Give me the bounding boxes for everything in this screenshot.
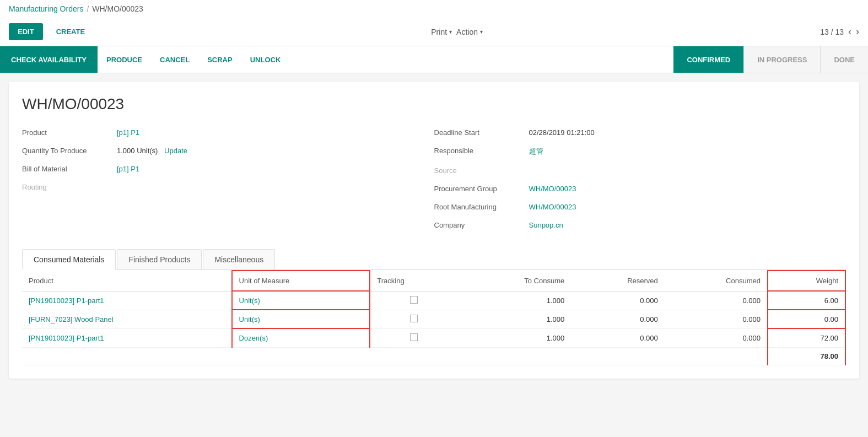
table-row: [PN19010023] P1-part1 Dozen(s) 1.000 0.0… [22, 328, 845, 347]
row-product-0[interactable]: [PN19010023] P1-part1 [22, 291, 232, 310]
product-value[interactable]: [p1] P1 [117, 126, 434, 139]
row-weight-1: 0.00 [768, 310, 845, 328]
breadcrumb-current: WH/MO/00023 [92, 4, 143, 13]
responsible-value[interactable]: 超管 [529, 144, 847, 159]
total-row: 78.00 [22, 347, 845, 365]
product-label: Product [22, 126, 110, 139]
col-consumed-header: Consumed [665, 271, 768, 291]
deadline-value: 02/28/2019 01:21:00 [529, 126, 847, 139]
row-weight-2: 72.00 [768, 328, 845, 347]
row-uom-0: Unit(s) [232, 291, 370, 310]
status-confirmed: CONFIRMED [673, 46, 743, 73]
tab-consumed-materials[interactable]: Consumed Materials [22, 249, 116, 270]
col-weight-header: Weight [768, 271, 845, 291]
routing-label: Routing [22, 181, 110, 193]
form-right: Deadline Start 02/28/2019 01:21:00 Respo… [434, 126, 847, 231]
total-label [22, 347, 768, 365]
row-product-1[interactable]: [FURN_7023] Wood Panel [22, 310, 232, 328]
pagination-text: 13 / 13 [820, 28, 844, 36]
col-tracking-header: Tracking [370, 271, 457, 291]
form-grid: Product [p1] P1 Quantity To Produce 1.00… [22, 126, 846, 231]
cancel-button[interactable]: CANCEL [151, 46, 198, 73]
top-bar: EDIT CREATE Print ▾ Action ▾ 13 / 13 ‹ › [0, 18, 868, 46]
source-value [529, 164, 847, 177]
deadline-label: Deadline Start [434, 126, 522, 139]
pagination-area: 13 / 13 ‹ › [820, 26, 859, 37]
row-tracking-1[interactable] [370, 310, 457, 328]
edit-button[interactable]: EDIT [9, 23, 43, 40]
qty-label: Quantity To Produce [22, 144, 110, 157]
source-label: Source [434, 164, 522, 177]
tab-miscellaneous[interactable]: Miscellaneous [203, 249, 275, 269]
form-left: Product [p1] P1 Quantity To Produce 1.00… [22, 126, 434, 231]
tracking-checkbox-2[interactable] [410, 333, 418, 341]
main-content: WH/MO/00023 Product [p1] P1 Quantity To … [9, 82, 859, 379]
row-consumed-1: 0.000 [665, 310, 768, 328]
print-button[interactable]: Print ▾ [431, 28, 452, 36]
status-inprogress: IN PROGRESS [743, 46, 820, 73]
col-toconsume-header: To Consume [457, 271, 572, 291]
company-label: Company [434, 219, 522, 231]
responsible-label: Responsible [434, 144, 522, 159]
breadcrumb-parent[interactable]: Manufacturing Orders [9, 4, 83, 13]
bom-value[interactable]: [p1] P1 [117, 163, 434, 175]
action-button[interactable]: Action ▾ [456, 28, 483, 36]
root-mfg-value[interactable]: WH/MO/00023 [529, 201, 847, 213]
col-uom-header: Unit of Measure [232, 271, 370, 291]
materials-table: Product Unit of Measure Tracking To Cons… [22, 270, 846, 365]
row-consumed-2: 0.000 [665, 328, 768, 347]
produce-button[interactable]: PRODUCE [98, 46, 151, 73]
table-row: [PN19010023] P1-part1 Unit(s) 1.000 0.00… [22, 291, 845, 310]
row-toconsume-1: 1.000 [457, 310, 572, 328]
toolbar-center: Print ▾ Action ▾ [94, 28, 820, 36]
row-tracking-2[interactable] [370, 328, 457, 347]
qty-value: 1.000 Unit(s) Update [117, 144, 434, 157]
procurement-value[interactable]: WH/MO/00023 [529, 182, 847, 195]
scrap-button[interactable]: SCRAP [198, 46, 241, 73]
breadcrumb-separator: / [87, 4, 89, 13]
action-bar: CHECK AVAILABILITY PRODUCE CANCEL SCRAP … [0, 46, 868, 73]
tab-finished-products[interactable]: Finished Products [117, 249, 202, 269]
row-reserved-1: 0.000 [571, 310, 665, 328]
check-availability-button[interactable]: CHECK AVAILABILITY [0, 46, 98, 73]
status-done: DONE [820, 46, 868, 73]
action-dropdown-arrow: ▾ [480, 29, 483, 35]
root-mfg-label: Root Manufacturing [434, 201, 522, 213]
routing-value [117, 181, 434, 193]
total-weight: 78.00 [768, 347, 845, 365]
prev-button[interactable]: ‹ [848, 26, 851, 37]
row-toconsume-0: 1.000 [457, 291, 572, 310]
tracking-checkbox-0[interactable] [410, 296, 418, 304]
update-button[interactable]: Update [164, 147, 187, 155]
row-weight-0: 6.00 [768, 291, 845, 310]
row-uom-1: Unit(s) [232, 310, 370, 328]
breadcrumb: Manufacturing Orders / WH/MO/00023 [0, 0, 868, 18]
row-reserved-0: 0.000 [571, 291, 665, 310]
create-button[interactable]: CREATE [47, 23, 94, 40]
next-button[interactable]: › [856, 26, 859, 37]
table-row: [FURN_7023] Wood Panel Unit(s) 1.000 0.0… [22, 310, 845, 328]
print-dropdown-arrow: ▾ [449, 29, 452, 35]
col-product-header: Product [22, 271, 232, 291]
tracking-checkbox-1[interactable] [410, 315, 418, 322]
row-consumed-0: 0.000 [665, 291, 768, 310]
col-reserved-header: Reserved [571, 271, 665, 291]
row-product-2[interactable]: [PN19010023] P1-part1 [22, 328, 232, 347]
unlock-button[interactable]: UNLOCK [241, 46, 290, 73]
row-uom-2: Dozen(s) [232, 328, 370, 347]
mo-number: WH/MO/00023 [22, 95, 846, 113]
bom-label: Bill of Material [22, 163, 110, 175]
tabs: Consumed Materials Finished Products Mis… [22, 249, 846, 270]
company-value[interactable]: Sunpop.cn [529, 219, 847, 231]
row-reserved-2: 0.000 [571, 328, 665, 347]
procurement-label: Procurement Group [434, 182, 522, 195]
row-tracking-0[interactable] [370, 291, 457, 310]
row-toconsume-2: 1.000 [457, 328, 572, 347]
status-bar: CONFIRMED IN PROGRESS DONE [673, 46, 868, 73]
